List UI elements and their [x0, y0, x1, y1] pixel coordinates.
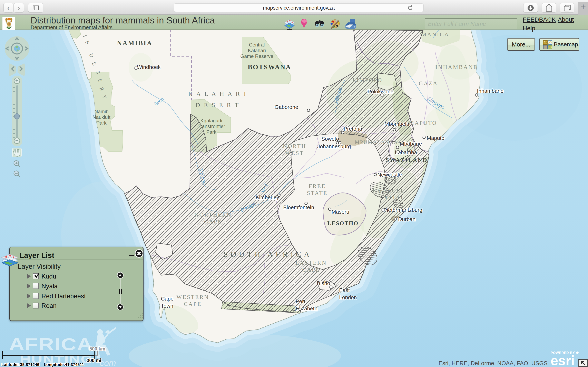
svg-text:London: London	[339, 294, 357, 300]
svg-text:Kgalagadi: Kgalagadi	[200, 118, 222, 123]
svg-text:CAPE: CAPE	[302, 267, 320, 273]
svg-text:East: East	[339, 287, 350, 293]
svg-text:Park: Park	[206, 129, 216, 135]
svg-text:Kalahari: Kalahari	[248, 48, 266, 53]
svg-text:500 km: 500 km	[89, 346, 105, 351]
svg-text:NORTHERN: NORTHERN	[195, 211, 232, 218]
svg-text:MPUMALANGA: MPUMALANGA	[355, 140, 398, 145]
svg-text:Park: Park	[96, 120, 107, 125]
svg-text:Maseru: Maseru	[332, 209, 349, 215]
svg-text:Pretoria: Pretoria	[344, 126, 362, 132]
svg-text:Central: Central	[249, 42, 265, 48]
svg-text:Polokwane: Polokwane	[367, 89, 393, 95]
svg-text:MANICA: MANICA	[421, 31, 449, 38]
svg-text:Durban: Durban	[398, 216, 415, 222]
svg-text:KWAZULU-: KWAZULU-	[373, 188, 408, 194]
svg-text:EASTERN: EASTERN	[295, 259, 327, 266]
svg-text:MAPUTO: MAPUTO	[409, 120, 437, 126]
svg-text:LIMPOPO: LIMPOPO	[353, 77, 383, 83]
svg-text:STATE: STATE	[307, 190, 328, 196]
svg-text:K A L A H A R I: K A L A H A R I	[188, 90, 247, 97]
svg-text:WESTERN: WESTERN	[176, 294, 209, 300]
svg-text:D E S E R T: D E S E R T	[196, 101, 240, 108]
svg-text:Newcastle: Newcastle	[377, 172, 402, 178]
svg-text:LESOTHO: LESOTHO	[327, 220, 359, 226]
svg-text:Transfrontier: Transfrontier	[198, 124, 225, 129]
svg-text:GAZA: GAZA	[419, 80, 438, 86]
svg-text:Maputo: Maputo	[427, 135, 444, 141]
svg-text:Windhoek: Windhoek	[137, 64, 161, 70]
svg-text:NORTH: NORTH	[283, 143, 306, 149]
svg-text:SOUTH AFRICA: SOUTH AFRICA	[224, 250, 312, 259]
svg-text:Bloemfontein: Bloemfontein	[283, 204, 314, 210]
svg-text:Bisho: Bisho	[317, 280, 330, 286]
svg-text:Inhambane: Inhambane	[477, 88, 503, 94]
svg-text:Mbabane: Mbabane	[400, 141, 422, 147]
svg-text:Town: Town	[161, 303, 173, 309]
svg-text:Cape: Cape	[161, 296, 173, 302]
svg-text:Pietermaritzburg: Pietermaritzburg	[383, 207, 423, 213]
svg-text:Soweto: Soweto	[321, 136, 339, 142]
svg-text:WEST: WEST	[285, 150, 304, 156]
svg-text:Gaborone: Gaborone	[275, 104, 298, 110]
svg-text:Game Reserve: Game Reserve	[240, 53, 273, 59]
svg-text:Kimberley: Kimberley	[256, 194, 279, 200]
svg-text:INHAMBANE: INHAMBANE	[435, 64, 477, 70]
svg-text:SWAZILAND: SWAZILAND	[386, 157, 428, 163]
svg-text:BOTSWANA: BOTSWANA	[248, 63, 291, 71]
svg-text:Naukluft: Naukluft	[93, 114, 111, 120]
svg-text:NATAL: NATAL	[383, 194, 405, 201]
svg-text:NAMIBIA: NAMIBIA	[117, 39, 153, 47]
svg-text:CAPE: CAPE	[184, 301, 202, 307]
svg-text:300 mi: 300 mi	[86, 358, 101, 363]
svg-text:Namib: Namib	[94, 109, 108, 114]
svg-text:Johannesburg: Johannesburg	[317, 143, 351, 150]
svg-text:FREE: FREE	[309, 183, 326, 189]
svg-text:Mbombela: Mbombela	[384, 121, 409, 127]
svg-text:Port: Port	[296, 298, 305, 304]
svg-text:CAPE: CAPE	[204, 218, 222, 225]
